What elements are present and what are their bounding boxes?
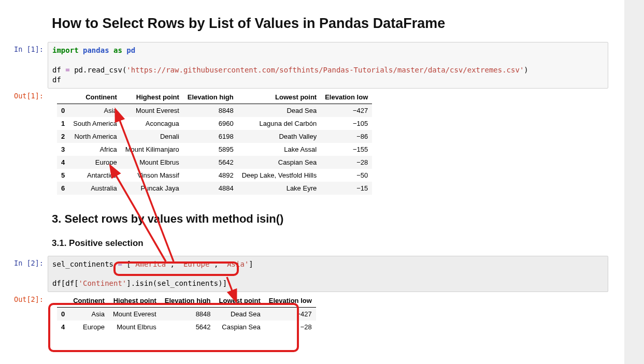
- code-token: 'Europe': [179, 260, 213, 268]
- table-cell: Deep Lake, Vestfold Hills: [238, 169, 321, 182]
- table-cell: −28: [265, 321, 316, 333]
- table-cell: −50: [321, 169, 372, 182]
- code-token: df: [52, 66, 65, 74]
- cell-in-2: In [2]: sel_continents = ['America', 'Eu…: [0, 256, 608, 293]
- dataframe-table-1: ContinentHighest pointElevation highLowe…: [57, 91, 372, 195]
- cell-in-1: In [1]: import pandas as pd df = pd.read…: [0, 42, 608, 89]
- table-row: 0AsiaMount Everest8848Dead Sea−427: [57, 104, 372, 117]
- table-cell: Vinson Massif: [121, 169, 183, 182]
- prompt-out-2: Out[2]:: [0, 292, 48, 303]
- table-cell: 6960: [183, 117, 238, 130]
- table-cell: 4884: [183, 182, 238, 195]
- table-cell: Aconcagua: [121, 117, 183, 130]
- output-1: ContinentHighest pointElevation highLowe…: [48, 89, 608, 200]
- table-cell: Caspian Sea: [238, 156, 321, 169]
- cell-out-2: Out[2]: ContinentHighest pointElevation …: [0, 292, 608, 339]
- code-token: ]: [249, 260, 253, 268]
- table-row: 4EuropeMount Elbrus5642Caspian Sea−28: [57, 321, 316, 333]
- table-cell: 5642: [161, 321, 215, 333]
- table-row: 2North AmericaDenali6198Death Valley−86: [57, 130, 372, 143]
- prompt-in-1: In [1]:: [0, 42, 48, 53]
- table-header: Elevation high: [183, 91, 238, 104]
- subsection-heading: 3.1. Positive selection: [52, 238, 608, 249]
- table-cell: Mount Everest: [109, 308, 161, 321]
- notebook-body: How to Select Rows by List of Values in …: [0, 0, 608, 339]
- code-token: [: [122, 260, 131, 268]
- code-token: 'https://raw.githubusercontent.com/softh…: [126, 66, 524, 74]
- table-cell: Mount Everest: [121, 104, 183, 117]
- code-token: sel_continents: [52, 260, 118, 268]
- table-cell: Africa: [69, 143, 121, 156]
- row-index: 0: [57, 308, 69, 321]
- code-token: df: [52, 76, 61, 84]
- row-index: 5: [57, 169, 69, 182]
- table-cell: Denali: [121, 130, 183, 143]
- code-token: 'America': [131, 260, 170, 268]
- table-cell: Europe: [69, 321, 109, 333]
- row-index: 1: [57, 117, 69, 130]
- cell-out-1: Out[1]: ContinentHighest pointElevation …: [0, 89, 608, 200]
- code-token: import: [52, 46, 79, 54]
- table-cell: 6198: [183, 130, 238, 143]
- code-token: pandas: [83, 46, 109, 54]
- code-block-2[interactable]: sel_continents = ['America', 'Europe', '…: [48, 256, 608, 293]
- table-cell: Mount Kilimanjaro: [121, 143, 183, 156]
- table-cell: Lake Assal: [238, 143, 321, 156]
- dataframe-table-2: ContinentHighest pointElevation highLowe…: [57, 294, 316, 333]
- table-cell: −427: [321, 104, 372, 117]
- table-cell: Mount Elbrus: [109, 321, 161, 333]
- table-header: [57, 91, 69, 104]
- row-index: 4: [57, 156, 69, 169]
- table-header: Elevation high: [161, 294, 215, 308]
- table-cell: −155: [321, 143, 372, 156]
- table-cell: Europe: [69, 156, 121, 169]
- code-token: ].isin(sel_continents)]: [126, 279, 227, 287]
- table-header: Highest point: [109, 294, 161, 308]
- row-index: 6: [57, 182, 69, 195]
- table-header: [57, 294, 69, 308]
- table-cell: Laguna del Carbón: [238, 117, 321, 130]
- table-header: Continent: [69, 294, 109, 308]
- code-token: ,: [170, 260, 179, 268]
- table-row: 4EuropeMount Elbrus5642Caspian Sea−28: [57, 156, 372, 169]
- code-token: ,: [214, 260, 223, 268]
- table-header: Lowest point: [238, 91, 321, 104]
- output-2: ContinentHighest pointElevation highLowe…: [48, 292, 608, 339]
- table-cell: 8848: [161, 308, 215, 321]
- table-cell: Lake Eyre: [238, 182, 321, 195]
- table-cell: Asia: [69, 308, 109, 321]
- table-row: 6AustraliaPuncak Jaya4884Lake Eyre−15: [57, 182, 372, 195]
- table-cell: −105: [321, 117, 372, 130]
- table-cell: 8848: [183, 104, 238, 117]
- table-header: Lowest point: [215, 294, 265, 308]
- code-token: as: [113, 46, 122, 54]
- table-cell: Australia: [69, 182, 121, 195]
- code-block-1[interactable]: import pandas as pd df = pd.read_csv('ht…: [48, 42, 608, 89]
- table-cell: Dead Sea: [215, 308, 265, 321]
- table-row: 1South AmericaAconcagua6960Laguna del Ca…: [57, 117, 372, 130]
- table-cell: Caspian Sea: [215, 321, 265, 333]
- section-heading: 3. Select rows by values with method isi…: [52, 212, 608, 226]
- table-header: Continent: [69, 91, 121, 104]
- table-cell: −28: [321, 156, 372, 169]
- table-row: 3AfricaMount Kilimanjaro5895Lake Assal−1…: [57, 143, 372, 156]
- prompt-in-2: In [2]:: [0, 256, 48, 267]
- code-token: pd.read_csv(: [70, 66, 127, 74]
- code-token: ): [524, 66, 528, 74]
- code-token: 'Asia': [223, 260, 249, 268]
- row-index: 4: [57, 321, 69, 333]
- table-cell: Dead Sea: [238, 104, 321, 117]
- table-cell: Puncak Jaya: [121, 182, 183, 195]
- table-cell: −427: [265, 308, 316, 321]
- table-cell: Asia: [69, 104, 121, 117]
- code-token: df[df[: [52, 279, 79, 287]
- table-cell: Death Valley: [238, 130, 321, 143]
- page-title: How to Select Rows by List of Values in …: [52, 16, 608, 32]
- table-cell: Mount Elbrus: [121, 156, 183, 169]
- table-cell: 5642: [183, 156, 238, 169]
- table-cell: North America: [69, 130, 121, 143]
- table-cell: Antarctica: [69, 169, 121, 182]
- right-gutter: [624, 0, 644, 364]
- table-header: Elevation low: [265, 294, 316, 308]
- table-cell: −86: [321, 130, 372, 143]
